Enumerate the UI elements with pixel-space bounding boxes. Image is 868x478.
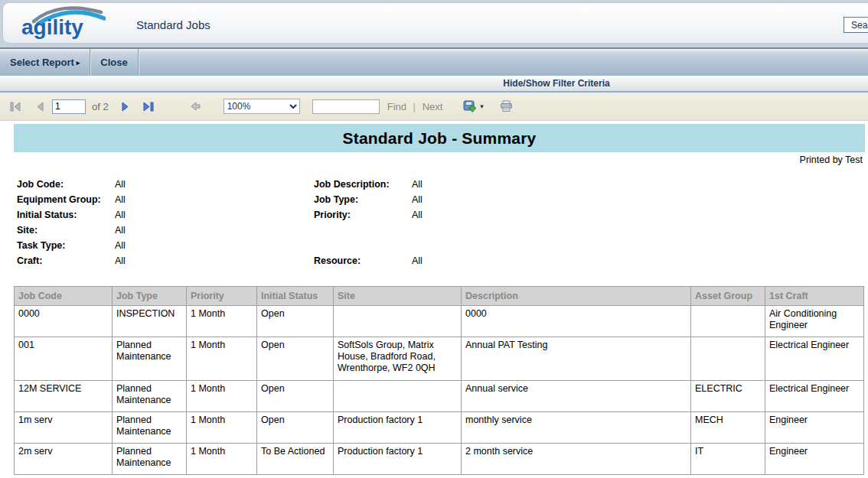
column-header-initial-status: Initial Status	[257, 287, 334, 306]
cell-site: SoftSols Group, Matrix House, Bradford R…	[334, 337, 462, 381]
find-link[interactable]: Find	[387, 101, 406, 112]
print-icon	[500, 100, 513, 112]
cell-job-type: Planned Maintenance	[113, 337, 187, 381]
filter-value: All	[412, 210, 868, 220]
cell-site	[334, 381, 462, 412]
filter-label: Equipment Group:	[17, 194, 115, 205]
cell-initial-status: Open	[257, 306, 334, 337]
select-report-label: Select Report	[10, 57, 74, 68]
standard-jobs-table: Job Code Job Type Priority Initial Statu…	[14, 286, 864, 475]
menu-item-select-report[interactable]: Select Report ▸	[0, 49, 90, 76]
logo-text: agility	[21, 15, 83, 40]
column-header-job-type: Job Type	[113, 287, 187, 306]
next-link[interactable]: Next	[423, 101, 443, 112]
filter-row: Task Type: All	[17, 238, 868, 253]
cell-job-code: 2m serv	[15, 444, 113, 475]
header-card	[2, 2, 868, 44]
cell-1st-craft: Electrical Engineer	[765, 337, 864, 381]
next-page-icon	[121, 102, 129, 112]
cell-description: 2 month service	[462, 444, 691, 475]
cell-description: Annual service	[462, 381, 691, 412]
cell-job-code: 001	[15, 337, 113, 381]
column-header-1st-craft: 1st Craft	[765, 287, 864, 306]
last-page-button[interactable]	[141, 99, 156, 114]
cell-1st-craft: Air Conditioning Engineer	[765, 306, 864, 337]
cell-asset-group: IT	[691, 444, 765, 475]
filter-label: Job Description:	[314, 179, 412, 190]
cell-job-code: 12M SERVICE	[15, 381, 113, 412]
cell-site: Production factory 1	[334, 444, 462, 475]
cell-job-code: 0000	[15, 306, 113, 337]
app-header: agility Standard Jobs Search	[0, 0, 868, 47]
cell-job-code: 1m serv	[15, 412, 113, 444]
menu-item-close[interactable]: Close	[90, 49, 137, 76]
table-row: 0000 INSPECTION 1 Month Open 0000 Air Co…	[15, 306, 864, 337]
column-header-asset-group: Asset Group	[691, 287, 765, 306]
filter-row: Site: All	[17, 223, 868, 238]
back-to-parent-report-button[interactable]	[188, 99, 204, 114]
filter-value: All	[412, 255, 868, 266]
first-page-button[interactable]	[8, 99, 23, 114]
filter-label: Priority:	[314, 210, 412, 220]
filter-value: All	[115, 210, 314, 220]
previous-page-button[interactable]	[32, 99, 47, 114]
menu-bar: Select Report ▸ Close	[0, 47, 868, 76]
search-button[interactable]: Search	[844, 17, 868, 33]
filter-row: Equipment Group: All Job Type: All	[17, 192, 868, 207]
cell-asset-group: ELECTRIC	[691, 381, 765, 412]
filter-value: All	[412, 179, 868, 190]
table-row: 1m serv Planned Maintenance 1 Month Open…	[15, 412, 864, 444]
next-page-button[interactable]	[118, 99, 133, 114]
cell-description: monthly service	[462, 412, 691, 444]
report-canvas: Standard Job - Summary Printed by Test J…	[0, 124, 868, 478]
report-viewer-toolbar: of 2 100% Find | Next ▾	[0, 93, 868, 121]
agility-logo: agility	[20, 3, 106, 44]
column-header-job-code: Job Code	[15, 287, 113, 306]
zoom-select[interactable]: 100%	[224, 99, 300, 114]
filter-value: All	[115, 179, 314, 190]
filter-summary: Job Code: All Job Description: All Equip…	[17, 177, 868, 268]
page-number-input[interactable]	[52, 99, 86, 114]
filter-criteria-toggle-label: Hide/Show Filter Criteria	[503, 78, 609, 89]
export-dropdown-caret-icon[interactable]: ▾	[480, 102, 484, 110]
export-button[interactable]	[462, 99, 478, 114]
last-page-icon	[142, 102, 154, 112]
cell-1st-craft: Engineer	[765, 444, 864, 475]
filter-row: Job Code: All Job Description: All	[17, 177, 868, 192]
filter-value: All	[115, 225, 314, 236]
filter-label: Job Code:	[17, 179, 115, 190]
menu-separator	[138, 49, 139, 76]
cell-1st-craft: Engineer	[765, 412, 864, 444]
filter-value: All	[115, 194, 314, 205]
cell-priority: 1 Month	[187, 306, 257, 337]
cell-initial-status: Open	[257, 337, 334, 381]
cell-description: Annual PAT Testing	[462, 337, 691, 381]
column-header-site: Site	[334, 287, 462, 306]
close-label: Close	[100, 57, 127, 68]
table-row: 001 Planned Maintenance 1 Month Open Sof…	[15, 337, 864, 381]
column-header-priority: Priority	[187, 287, 257, 306]
filter-label: Site:	[17, 225, 115, 236]
cell-priority: 1 Month	[187, 337, 257, 381]
cell-priority: 1 Month	[187, 412, 257, 444]
back-to-parent-report-icon	[190, 101, 201, 112]
cell-job-type: Planned Maintenance	[113, 412, 187, 444]
cell-initial-status: Open	[257, 412, 334, 444]
filter-criteria-toggle[interactable]: Hide/Show Filter Criteria	[0, 76, 868, 93]
cell-description: 0000	[462, 306, 691, 337]
filter-row: Craft: All Resource: All	[17, 253, 868, 268]
filter-value: All	[412, 194, 868, 205]
filter-value: All	[115, 255, 314, 266]
cell-site: Production factory 1	[334, 412, 462, 444]
cell-1st-craft: Electrical Engineer	[765, 381, 864, 412]
first-page-icon	[10, 102, 21, 112]
page-count-label: of 2	[92, 101, 109, 112]
cell-job-type: Planned Maintenance	[113, 444, 187, 475]
filter-label: Job Type:	[314, 194, 412, 205]
filter-label: Initial Status:	[17, 210, 115, 220]
find-text-input[interactable]	[312, 99, 380, 114]
cell-job-type: Planned Maintenance	[113, 381, 187, 412]
find-next-separator: |	[413, 101, 416, 112]
cell-initial-status: Open	[257, 381, 334, 412]
print-button[interactable]	[499, 99, 514, 114]
